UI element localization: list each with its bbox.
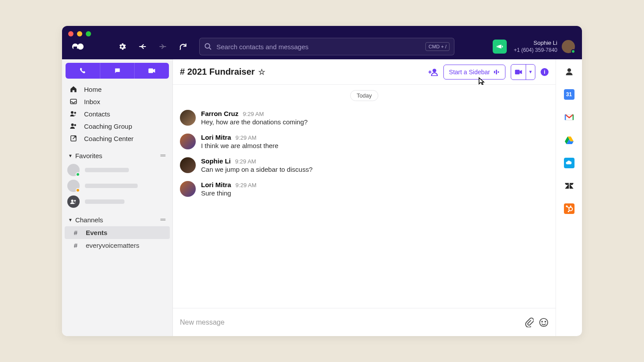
- tab-chat[interactable]: [100, 63, 135, 79]
- search-box[interactable]: CMD + /: [199, 38, 454, 55]
- search-input[interactable]: [216, 43, 421, 51]
- window-zoom[interactable]: [86, 31, 91, 36]
- channel-item-events[interactable]: #Events: [65, 226, 170, 239]
- nav-item-coaching-group[interactable]: Coaching Group: [62, 120, 172, 132]
- zendesk-app[interactable]: [564, 181, 574, 191]
- nav-item-home[interactable]: Home: [62, 83, 172, 95]
- reorder-handle[interactable]: ═: [161, 152, 165, 159]
- favorites-label: Favorites: [75, 152, 102, 159]
- message-text: Sure thing: [201, 188, 256, 198]
- nav-item-inbox[interactable]: Inbox: [62, 95, 172, 108]
- message-avatar: [180, 134, 196, 149]
- date-chip: Today: [350, 90, 379, 101]
- gmail-app[interactable]: [564, 112, 574, 123]
- placeholder-text: [85, 168, 129, 172]
- nav-item-contacts[interactable]: Contacts: [62, 108, 172, 120]
- user-name: Sophie Li: [514, 40, 557, 47]
- message-list: Today Farron Cruz9:29 AMHey, how are the…: [173, 85, 556, 308]
- hubspot-app[interactable]: [564, 203, 574, 214]
- presence-indicator: [571, 49, 575, 54]
- video-icon: [148, 68, 156, 74]
- svg-point-3: [205, 43, 210, 48]
- channel-name: Events: [86, 229, 107, 236]
- svg-point-8: [71, 123, 74, 126]
- placeholder-text: [85, 199, 124, 204]
- video-icon: [515, 69, 523, 75]
- main-panel: # 2021 Fundraiser ☆ Start a Sidebar: [173, 59, 556, 336]
- search-icon: [204, 43, 212, 51]
- nav-forward-button: [155, 39, 170, 54]
- channel-header: # 2021 Fundraiser ☆ Start a Sidebar: [173, 59, 556, 85]
- channel-actions: Start a Sidebar ▼ i: [428, 64, 549, 80]
- svg-point-9: [74, 124, 77, 127]
- tab-video[interactable]: [135, 63, 169, 79]
- message-text: I think we are almost there: [201, 141, 278, 150]
- message-avatar: [180, 181, 196, 197]
- add-person-button[interactable]: [428, 68, 438, 76]
- app-body: HomeInboxContactsCoaching GroupCoaching …: [62, 59, 582, 336]
- nav-toolbar: [115, 39, 190, 54]
- chat-icon: [114, 67, 121, 74]
- channels-toggle[interactable]: ▼ Channels: [68, 216, 103, 224]
- video-call-button[interactable]: [511, 65, 526, 80]
- start-sidebar-button[interactable]: Start a Sidebar: [443, 65, 505, 80]
- drive-icon: [564, 136, 574, 145]
- nav-back-button[interactable]: [135, 39, 150, 54]
- message-composer: [173, 308, 556, 336]
- comm-tabs: [66, 63, 169, 79]
- message-time: 9:29 AM: [235, 182, 256, 188]
- emoji-button[interactable]: [539, 318, 549, 327]
- svg-point-20: [545, 321, 546, 322]
- star-icon[interactable]: ☆: [258, 67, 265, 77]
- svg-rect-16: [498, 71, 499, 73]
- svg-point-13: [432, 69, 436, 72]
- svg-rect-4: [149, 69, 154, 73]
- favorite-avatar: [67, 164, 80, 176]
- channel-name: everyvoicematters: [86, 242, 139, 249]
- announcement-button[interactable]: [493, 40, 507, 54]
- topbar-right: Sophie Li +1 (604) 359-7840: [493, 40, 575, 54]
- favorite-item[interactable]: [62, 162, 172, 178]
- person-icon: [565, 67, 574, 76]
- zendesk-icon: [565, 182, 574, 189]
- drive-app[interactable]: [564, 135, 574, 145]
- channel-item-everyvoicematters[interactable]: #everyvoicematters: [65, 239, 170, 252]
- emoji-icon: [539, 318, 549, 327]
- nav-list: HomeInboxContactsCoaching GroupCoaching …: [62, 82, 172, 145]
- search-kbd-hint: CMD + /: [425, 42, 450, 51]
- message-avatar: [180, 110, 196, 126]
- favorites-toggle[interactable]: ▼ Favorites: [68, 152, 102, 159]
- favorite-item[interactable]: [62, 178, 172, 194]
- refresh-button[interactable]: [176, 39, 190, 54]
- calendar-app[interactable]: 31: [564, 89, 574, 100]
- info-button[interactable]: i: [541, 68, 549, 76]
- search-container: CMD + /: [199, 38, 454, 55]
- svg-point-19: [542, 321, 542, 322]
- reorder-handle[interactable]: ═: [161, 216, 165, 224]
- svg-point-1: [77, 43, 84, 50]
- app-logo: [72, 42, 84, 51]
- window-close[interactable]: [68, 31, 73, 36]
- user-phone: +1 (604) 359-7840: [514, 47, 557, 54]
- svg-rect-17: [515, 69, 520, 74]
- contacts-icon: [69, 110, 78, 118]
- settings-button[interactable]: [115, 39, 130, 54]
- user-avatar[interactable]: [562, 40, 575, 53]
- window-minimize[interactable]: [77, 31, 82, 36]
- tab-phone[interactable]: [66, 63, 100, 79]
- message-author: Lori Mitra: [201, 134, 231, 141]
- placeholder-text: [85, 184, 138, 188]
- favorite-item[interactable]: [62, 194, 172, 210]
- gmail-icon: [564, 114, 574, 121]
- nav-item-coaching-center[interactable]: Coaching Center: [62, 132, 172, 145]
- message-text: Can we jump on a sidebar to discuss?: [201, 165, 312, 174]
- composer-input[interactable]: [180, 319, 520, 326]
- profile-app[interactable]: [564, 66, 574, 77]
- attachment-button[interactable]: [525, 318, 534, 327]
- favorite-group-avatar: [67, 195, 80, 208]
- salesforce-app[interactable]: [564, 158, 574, 168]
- current-user[interactable]: Sophie Li +1 (604) 359-7840: [514, 40, 575, 54]
- message: Lori Mitra9:29 AMSure thing: [180, 178, 549, 202]
- video-dropdown[interactable]: ▼: [526, 65, 535, 80]
- message-time: 9:29 AM: [235, 134, 256, 141]
